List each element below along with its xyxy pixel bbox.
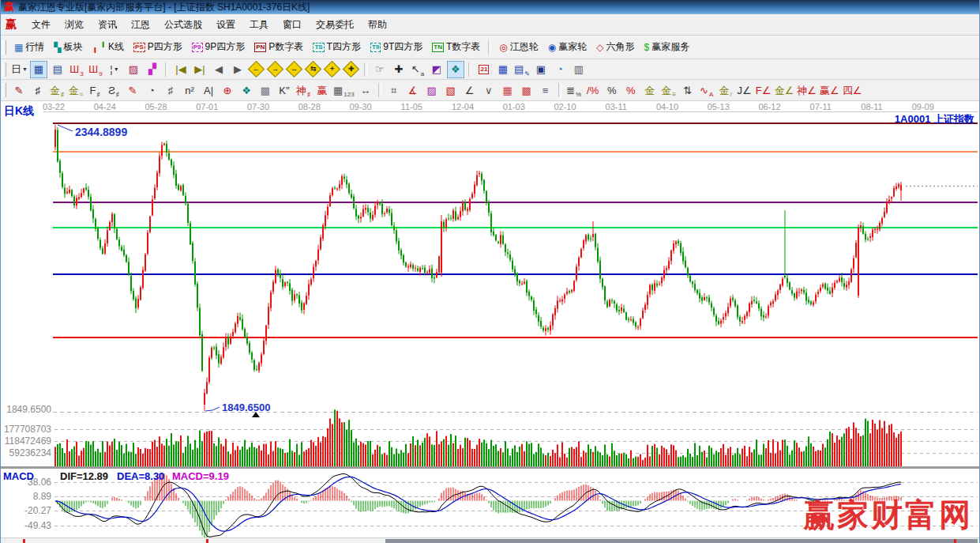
shen-grid-tool[interactable]: 神♯ [295, 81, 312, 99]
hand-tool-button[interactable]: ☞ [371, 61, 389, 78]
gold-line-tool[interactable]: 金≡ [660, 81, 678, 99]
color-histogram-button[interactable]: ▞ [144, 61, 161, 78]
save-button[interactable]: ▣ [532, 61, 550, 78]
diamond-right-button[interactable]: → [267, 61, 284, 78]
menu-item-2[interactable]: 资讯 [91, 15, 124, 35]
menu-item-0[interactable]: 文件 [24, 15, 58, 35]
panel-period-label[interactable]: 日K线 [4, 104, 34, 119]
period-selector[interactable]: 日▼ [10, 61, 28, 78]
s-grid-tool[interactable]: Ƨ♯ [105, 81, 122, 99]
n-square-tool[interactable]: n² [181, 81, 198, 99]
si-angle-tool[interactable]: 四∠ [842, 81, 863, 99]
win-angle-tool[interactable]: 赢∠ [819, 81, 840, 99]
t-table-button[interactable]: TNT数字表 [427, 38, 485, 56]
hash-tool[interactable]: ♯ [162, 81, 179, 99]
next-bar-button[interactable]: ▶ [229, 61, 246, 78]
parallel-tool[interactable]: ≡ [537, 81, 554, 99]
diamond-left-button[interactable]: ← [248, 61, 265, 78]
world-clock-button[interactable]: ◔ [551, 61, 569, 78]
vee-tool[interactable]: ∨ [480, 81, 498, 99]
percent-slash-tool[interactable]: /% [584, 81, 602, 99]
h-span-tool[interactable]: ↔ [357, 81, 374, 99]
grid-plus-tool[interactable]: ⌗ [385, 81, 403, 99]
hexagon-button[interactable]: ◇六角形 [591, 38, 639, 56]
bars-9-button[interactable]: Ш9 [87, 61, 104, 78]
swap-brush-tool[interactable]: ⇅ [679, 81, 697, 99]
menu-item-3[interactable]: 江恩 [124, 15, 157, 35]
toolbar-grip[interactable] [2, 83, 6, 97]
menu-item-5[interactable]: 设置 [209, 15, 242, 35]
diamond-swap-button[interactable]: ⇆ [305, 61, 322, 78]
crosshair-tool-button[interactable]: ✚ [390, 61, 407, 78]
gridline-tool[interactable]: ♯ [29, 81, 47, 99]
time-circle-tool[interactable]: ◔ [143, 81, 160, 99]
last-bar-button[interactable]: ▶| [191, 61, 208, 78]
candle-style-selector[interactable]: ¦▼ [106, 61, 123, 78]
shade-grid-tool[interactable]: ▩ [257, 81, 274, 99]
gold-circle-tool[interactable]: 金 [641, 81, 659, 99]
gann-wheel-button[interactable]: ◎江恩轮 [494, 38, 543, 56]
workstation-button[interactable]: ▥ [570, 61, 588, 78]
p-table-button[interactable]: PNP数字表 [250, 38, 308, 56]
pattern-teal-button[interactable]: ❖ [447, 61, 464, 78]
pointer-a-tool-button[interactable]: ↖a [409, 61, 426, 78]
calendar-21-button[interactable]: 21 [475, 61, 493, 78]
fan-red-tool[interactable]: ∡ [404, 81, 422, 99]
9p-square-button[interactable]: P99P四方形 [187, 38, 250, 56]
percent-tool[interactable]: % [603, 81, 621, 99]
diamond-hspan-button[interactable]: ↔ [286, 61, 303, 78]
gold-angle-tool[interactable]: 金∠ [774, 81, 795, 99]
k-quote-tool[interactable]: K″ [276, 81, 293, 99]
shen-angle-tool[interactable]: 神∠ [796, 81, 817, 99]
gold-slash-tool[interactable]: 金/ [717, 81, 734, 99]
circle-cross-tool[interactable]: ⊕ [219, 81, 236, 99]
quote-button[interactable]: ▦行情 [9, 38, 49, 56]
winner-wheel-button[interactable]: ◉赢家轮 [543, 38, 591, 56]
percent-red-tool[interactable]: % [622, 81, 640, 99]
menu-item-8[interactable]: 交易委托 [309, 15, 361, 35]
gold-grid-tool-2[interactable]: 金⌗ [67, 81, 84, 99]
teal-star-tool[interactable]: ❖ [238, 81, 255, 99]
menu-item-9[interactable]: 帮助 [361, 15, 394, 35]
f-angle-tool[interactable]: F∠ [755, 81, 772, 99]
diamond-cross-button[interactable]: ✚ [343, 61, 360, 78]
macd-indicator-label[interactable]: MACD [3, 470, 34, 482]
grid-123-tool[interactable]: ▦123 [332, 81, 355, 99]
9t-square-button[interactable]: T99T四方形 [366, 38, 427, 56]
h-scrollbar-thumb[interactable] [385, 539, 978, 543]
p-square-button[interactable]: PSP四方形 [129, 38, 187, 56]
pattern-red-button[interactable]: ▨ [125, 61, 142, 78]
report-view-button[interactable]: ▤ [49, 61, 66, 78]
knife-tool[interactable]: ✎ [10, 81, 28, 99]
tangram-tool-button[interactable]: ◩ [428, 61, 445, 78]
notes-button[interactable]: ▤✎ [513, 61, 531, 78]
toolbar-grip[interactable] [2, 40, 6, 55]
menu-item-1[interactable]: 浏览 [58, 15, 91, 35]
fan-box-tool-1[interactable]: ▨ [423, 81, 441, 99]
win-red-tool[interactable]: 赢 [314, 81, 331, 99]
red-knife-tool[interactable]: ✎ [124, 81, 141, 99]
menu-item-7[interactable]: 窗口 [276, 15, 309, 35]
pattern-view-button[interactable]: ▦ [30, 61, 47, 78]
sectors-button[interactable]: ▚板块 [49, 38, 87, 56]
a-wave-tool[interactable]: ∿A [698, 81, 715, 99]
angle-tool[interactable]: ∠ [461, 81, 479, 99]
winner-service-button[interactable]: $赢家服务 [640, 38, 695, 56]
bars-3-button[interactable]: Ш3 [68, 61, 85, 78]
first-bar-button[interactable]: |◀ [172, 61, 190, 78]
f-grid-tool[interactable]: F♯ [86, 81, 103, 99]
prev-bar-button[interactable]: ◀ [210, 61, 227, 78]
menu-item-4[interactable]: 公式选股 [157, 15, 209, 35]
percent-table-tool[interactable]: ≣% [565, 81, 583, 99]
chart-plot[interactable] [53, 112, 978, 466]
calculator-button[interactable]: ▦ [494, 61, 512, 78]
kline-button[interactable]: ╻╹K线 [88, 38, 129, 56]
j-angle-tool[interactable]: J∠ [736, 81, 753, 99]
pane-splitter[interactable] [1, 466, 979, 469]
h-scrollbar[interactable] [1, 537, 979, 543]
menu-item-6[interactable]: 工具 [242, 15, 276, 35]
a-bar-tool[interactable]: A| [200, 81, 217, 99]
toolbar-grip[interactable] [2, 62, 6, 77]
gold-grid-tool-1[interactable]: 金♯ [48, 81, 66, 99]
t-square-button[interactable]: TST四方形 [308, 38, 366, 56]
